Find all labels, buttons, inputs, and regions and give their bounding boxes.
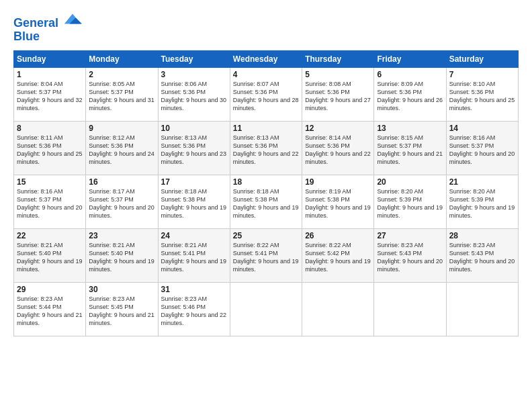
day-info: Sunrise: 8:16 AM Sunset: 5:37 PM Dayligh… xyxy=(17,187,83,220)
day-number: 11 xyxy=(233,124,299,133)
calendar-day-cell: 25 Sunrise: 8:22 AM Sunset: 5:41 PM Dayl… xyxy=(230,228,302,282)
logo: General Blue xyxy=(13,12,82,44)
calendar-day-cell: 2 Sunrise: 8:05 AM Sunset: 5:37 PM Dayli… xyxy=(86,67,158,121)
day-number: 22 xyxy=(17,231,83,240)
calendar-header-cell: Sunday xyxy=(14,50,86,67)
day-info: Sunrise: 8:17 AM Sunset: 5:37 PM Dayligh… xyxy=(89,187,154,220)
calendar-day-cell: 28 Sunrise: 8:23 AM Sunset: 5:43 PM Dayl… xyxy=(446,228,518,282)
calendar-body: 1 Sunrise: 8:04 AM Sunset: 5:37 PM Dayli… xyxy=(14,67,519,336)
day-number: 9 xyxy=(89,124,154,133)
calendar-table: SundayMondayTuesdayWednesdayThursdayFrid… xyxy=(13,50,519,336)
calendar-day-cell: 1 Sunrise: 8:04 AM Sunset: 5:37 PM Dayli… xyxy=(14,67,86,121)
day-info: Sunrise: 8:18 AM Sunset: 5:38 PM Dayligh… xyxy=(161,187,227,220)
calendar-header-cell: Friday xyxy=(374,50,446,67)
calendar-day-cell xyxy=(302,282,374,336)
day-info: Sunrise: 8:23 AM Sunset: 5:44 PM Dayligh… xyxy=(17,295,83,328)
calendar-header-cell: Thursday xyxy=(302,50,374,67)
day-number: 3 xyxy=(161,70,227,79)
calendar-day-cell xyxy=(446,282,518,336)
day-info: Sunrise: 8:18 AM Sunset: 5:38 PM Dayligh… xyxy=(233,187,299,220)
day-info: Sunrise: 8:23 AM Sunset: 5:43 PM Dayligh… xyxy=(449,241,515,274)
day-info: Sunrise: 8:21 AM Sunset: 5:41 PM Dayligh… xyxy=(161,241,227,274)
calendar-day-cell: 10 Sunrise: 8:13 AM Sunset: 5:36 PM Dayl… xyxy=(158,121,230,175)
calendar-day-cell: 27 Sunrise: 8:23 AM Sunset: 5:43 PM Dayl… xyxy=(374,228,446,282)
calendar-day-cell: 6 Sunrise: 8:09 AM Sunset: 5:36 PM Dayli… xyxy=(374,67,446,121)
calendar-day-cell xyxy=(374,282,446,336)
day-info: Sunrise: 8:22 AM Sunset: 5:41 PM Dayligh… xyxy=(233,241,299,274)
day-number: 2 xyxy=(89,70,154,79)
calendar-day-cell: 30 Sunrise: 8:23 AM Sunset: 5:45 PM Dayl… xyxy=(86,282,158,336)
calendar-day-cell: 24 Sunrise: 8:21 AM Sunset: 5:41 PM Dayl… xyxy=(158,228,230,282)
day-info: Sunrise: 8:08 AM Sunset: 5:36 PM Dayligh… xyxy=(305,80,371,113)
header: General Blue xyxy=(13,12,519,44)
calendar-day-cell: 11 Sunrise: 8:13 AM Sunset: 5:36 PM Dayl… xyxy=(230,121,302,175)
day-number: 4 xyxy=(233,70,299,79)
day-info: Sunrise: 8:21 AM Sunset: 5:40 PM Dayligh… xyxy=(17,241,83,274)
calendar-day-cell: 16 Sunrise: 8:17 AM Sunset: 5:37 PM Dayl… xyxy=(86,175,158,228)
calendar-day-cell: 23 Sunrise: 8:21 AM Sunset: 5:40 PM Dayl… xyxy=(86,228,158,282)
day-number: 10 xyxy=(161,124,227,133)
day-number: 1 xyxy=(17,70,83,79)
day-info: Sunrise: 8:06 AM Sunset: 5:36 PM Dayligh… xyxy=(161,80,227,113)
day-info: Sunrise: 8:19 AM Sunset: 5:38 PM Dayligh… xyxy=(305,187,371,220)
page: General Blue SundayMondayTuesda xyxy=(0,0,532,411)
day-info: Sunrise: 8:22 AM Sunset: 5:42 PM Dayligh… xyxy=(305,241,371,274)
calendar-day-cell: 14 Sunrise: 8:16 AM Sunset: 5:37 PM Dayl… xyxy=(446,121,518,175)
calendar-day-cell: 8 Sunrise: 8:11 AM Sunset: 5:36 PM Dayli… xyxy=(14,121,86,175)
calendar-day-cell: 31 Sunrise: 8:23 AM Sunset: 5:46 PM Dayl… xyxy=(158,282,230,336)
day-number: 30 xyxy=(89,285,154,294)
day-number: 23 xyxy=(89,231,154,240)
day-info: Sunrise: 8:04 AM Sunset: 5:37 PM Dayligh… xyxy=(17,80,83,113)
day-info: Sunrise: 8:07 AM Sunset: 5:36 PM Dayligh… xyxy=(233,80,299,113)
day-info: Sunrise: 8:23 AM Sunset: 5:46 PM Dayligh… xyxy=(161,295,227,328)
calendar-day-cell: 22 Sunrise: 8:21 AM Sunset: 5:40 PM Dayl… xyxy=(14,228,86,282)
day-info: Sunrise: 8:12 AM Sunset: 5:36 PM Dayligh… xyxy=(89,134,154,167)
day-number: 29 xyxy=(17,285,83,294)
calendar-week-row: 8 Sunrise: 8:11 AM Sunset: 5:36 PM Dayli… xyxy=(14,121,519,175)
day-number: 21 xyxy=(449,177,515,187)
calendar-day-cell: 3 Sunrise: 8:06 AM Sunset: 5:36 PM Dayli… xyxy=(158,67,230,121)
day-info: Sunrise: 8:09 AM Sunset: 5:36 PM Dayligh… xyxy=(377,80,443,113)
calendar-header-cell: Tuesday xyxy=(158,50,230,67)
day-number: 28 xyxy=(449,231,515,240)
logo-text: General xyxy=(13,12,82,30)
day-number: 16 xyxy=(89,177,154,187)
calendar-day-cell: 26 Sunrise: 8:22 AM Sunset: 5:42 PM Dayl… xyxy=(302,228,374,282)
calendar-header-cell: Saturday xyxy=(446,50,518,67)
day-info: Sunrise: 8:20 AM Sunset: 5:39 PM Dayligh… xyxy=(377,187,443,220)
calendar-day-cell: 21 Sunrise: 8:20 AM Sunset: 5:39 PM Dayl… xyxy=(446,175,518,228)
day-number: 15 xyxy=(17,177,83,187)
day-info: Sunrise: 8:15 AM Sunset: 5:37 PM Dayligh… xyxy=(377,134,443,167)
calendar-day-cell: 29 Sunrise: 8:23 AM Sunset: 5:44 PM Dayl… xyxy=(14,282,86,336)
logo-icon xyxy=(63,12,82,27)
calendar-day-cell: 12 Sunrise: 8:14 AM Sunset: 5:36 PM Dayl… xyxy=(302,121,374,175)
calendar-day-cell: 5 Sunrise: 8:08 AM Sunset: 5:36 PM Dayli… xyxy=(302,67,374,121)
day-info: Sunrise: 8:11 AM Sunset: 5:36 PM Dayligh… xyxy=(17,134,83,167)
day-number: 26 xyxy=(305,231,371,240)
logo-text2: Blue xyxy=(13,30,82,44)
calendar-day-cell: 4 Sunrise: 8:07 AM Sunset: 5:36 PM Dayli… xyxy=(230,67,302,121)
day-info: Sunrise: 8:13 AM Sunset: 5:36 PM Dayligh… xyxy=(233,134,299,167)
calendar-week-row: 15 Sunrise: 8:16 AM Sunset: 5:37 PM Dayl… xyxy=(14,175,519,228)
calendar-day-cell: 13 Sunrise: 8:15 AM Sunset: 5:37 PM Dayl… xyxy=(374,121,446,175)
day-info: Sunrise: 8:23 AM Sunset: 5:43 PM Dayligh… xyxy=(377,241,443,274)
day-number: 14 xyxy=(449,124,515,133)
day-number: 31 xyxy=(161,285,227,294)
day-info: Sunrise: 8:05 AM Sunset: 5:37 PM Dayligh… xyxy=(89,80,154,113)
day-number: 17 xyxy=(161,177,227,187)
day-info: Sunrise: 8:16 AM Sunset: 5:37 PM Dayligh… xyxy=(449,134,515,167)
day-number: 19 xyxy=(305,177,371,187)
day-number: 7 xyxy=(449,70,515,79)
day-number: 25 xyxy=(233,231,299,240)
calendar-day-cell: 18 Sunrise: 8:18 AM Sunset: 5:38 PM Dayl… xyxy=(230,175,302,228)
day-number: 12 xyxy=(305,124,371,133)
day-number: 6 xyxy=(377,70,443,79)
day-number: 18 xyxy=(233,177,299,187)
calendar-day-cell: 15 Sunrise: 8:16 AM Sunset: 5:37 PM Dayl… xyxy=(14,175,86,228)
calendar-day-cell: 19 Sunrise: 8:19 AM Sunset: 5:38 PM Dayl… xyxy=(302,175,374,228)
calendar-header-cell: Wednesday xyxy=(230,50,302,67)
day-info: Sunrise: 8:20 AM Sunset: 5:39 PM Dayligh… xyxy=(449,187,515,220)
day-number: 13 xyxy=(377,124,443,133)
calendar-header-cell: Monday xyxy=(86,50,158,67)
day-info: Sunrise: 8:14 AM Sunset: 5:36 PM Dayligh… xyxy=(305,134,371,167)
